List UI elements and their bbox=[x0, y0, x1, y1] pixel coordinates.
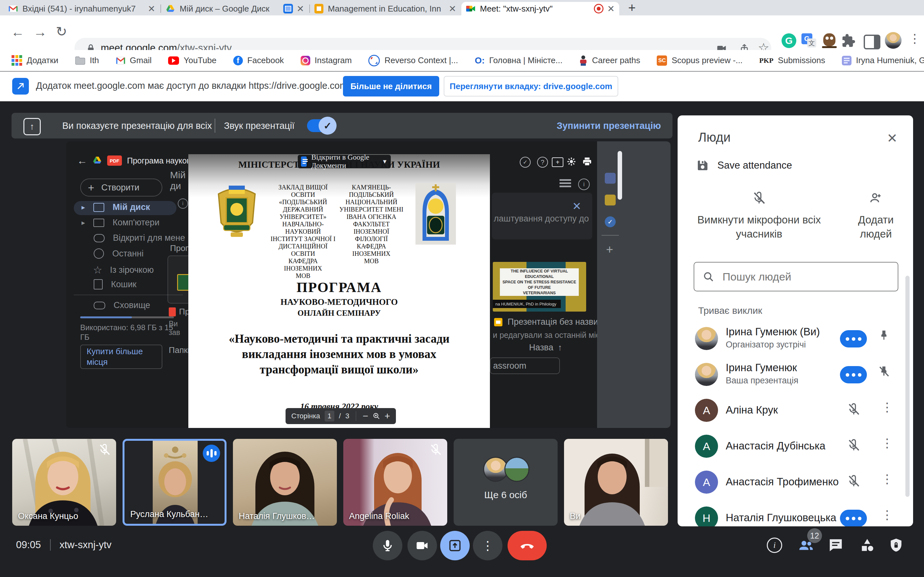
side-panel-icon[interactable] bbox=[864, 35, 880, 49]
owl-extension-icon[interactable] bbox=[822, 33, 837, 49]
participant-menu-icon[interactable]: ⋮ bbox=[881, 400, 893, 414]
tab-close-icon[interactable]: ✕ bbox=[449, 3, 456, 14]
reverso-icon bbox=[368, 55, 380, 66]
presentation-feed[interactable]: ← PDF Програма науковий семінар 2022 .pd… bbox=[66, 141, 670, 428]
pdfbar-divider bbox=[356, 411, 357, 421]
gmail-icon bbox=[116, 56, 126, 65]
forward-button[interactable]: → bbox=[33, 24, 47, 40]
classroom-folder-chip: assroom bbox=[490, 358, 560, 374]
grammarly-extension-icon[interactable]: G bbox=[782, 33, 796, 48]
approve-icon: ✓ bbox=[520, 157, 531, 168]
meeting-details-icon[interactable]: i bbox=[766, 537, 782, 553]
bookmark-apps[interactable]: Додатки bbox=[11, 55, 58, 66]
journal-favicon bbox=[314, 4, 323, 13]
more-options-button[interactable]: ⋮ bbox=[473, 531, 502, 560]
extensions-puzzle-icon[interactable] bbox=[841, 33, 856, 48]
mic-off-icon bbox=[847, 438, 861, 452]
participant-row[interactable]: А Анастасія Дубінська ⋮ bbox=[678, 430, 913, 462]
video-tile-you[interactable]: Ви bbox=[564, 439, 668, 526]
tab-close-icon[interactable]: ✕ bbox=[148, 3, 155, 14]
suggested-thumb-author: na HUMENIUK, PhD in Philology bbox=[493, 300, 561, 308]
tab-close-icon[interactable]: ✕ bbox=[607, 3, 615, 14]
zoom-in-button[interactable]: + bbox=[384, 411, 390, 422]
tab-drive[interactable]: Мій диск – Google Диск ✕ bbox=[161, 2, 309, 15]
zoom-tool-icon[interactable] bbox=[373, 412, 380, 421]
mute-all-button[interactable]: Вимкнути мікрофони всіх учасників bbox=[692, 191, 827, 241]
participant-row[interactable]: Ірина Гуменюк Ваша презентація bbox=[678, 358, 913, 390]
search-people-input[interactable] bbox=[722, 270, 889, 284]
drive-sidebar-item-mydrive: ▸Мій диск bbox=[81, 202, 150, 212]
doc-thumbnail-fragment bbox=[177, 274, 188, 291]
bookmark-folder-ith[interactable]: Ith bbox=[75, 55, 99, 65]
bookmark-scopus[interactable]: SC Scopus preview -... bbox=[657, 55, 742, 66]
close-panel-icon[interactable]: ✕ bbox=[887, 131, 898, 145]
participant-row[interactable]: Н Наталія Глушковецька ⋮ bbox=[678, 502, 913, 526]
camera-button[interactable] bbox=[407, 531, 437, 560]
keep-rail-icon bbox=[605, 195, 615, 205]
tab-meet-active[interactable]: Meet: "xtw-sxnj-ytv" ✕ bbox=[461, 2, 619, 15]
doc-program-title: ПРОГРАМА bbox=[188, 279, 490, 295]
new-tab-button[interactable]: + bbox=[628, 1, 636, 15]
participant-name: Аліна Крук bbox=[726, 404, 778, 416]
open-in-docs-button: Відкрити в Google Документи ▼ bbox=[298, 155, 391, 168]
profile-doc-icon bbox=[842, 56, 851, 65]
bookmark-facebook[interactable]: f Facebook bbox=[233, 55, 284, 65]
profile-avatar[interactable] bbox=[885, 32, 901, 49]
tab-gmail[interactable]: Вхідні (541) - irynahumenyuk7 ✕ bbox=[4, 2, 160, 15]
pin-off-icon[interactable] bbox=[878, 366, 890, 378]
search-people-box[interactable] bbox=[694, 262, 898, 292]
participant-menu-icon[interactable]: ⋮ bbox=[881, 472, 893, 486]
mic-off-icon bbox=[98, 443, 111, 456]
chrome-menu-icon[interactable]: ⋮ bbox=[909, 31, 921, 45]
stop-presenting-link[interactable]: Зупинити презентацію bbox=[557, 121, 661, 131]
drive-sidebar-item-recent: Останні bbox=[94, 248, 144, 259]
instagram-icon bbox=[300, 56, 310, 65]
pin-icon[interactable] bbox=[878, 330, 890, 342]
bookmark-mon[interactable]: О: Головна | Міністе... bbox=[475, 55, 562, 66]
details-info-icon: i bbox=[578, 179, 590, 190]
bookmark-youtube[interactable]: YouTube bbox=[168, 55, 216, 65]
stop-sharing-button[interactable]: Більше не ділитися bbox=[343, 76, 439, 97]
youtube-icon bbox=[168, 56, 179, 65]
translate-extension-icon[interactable]: G 文 bbox=[801, 33, 816, 48]
present-button[interactable] bbox=[440, 531, 470, 560]
add-people-button[interactable]: Додати людей bbox=[841, 191, 911, 241]
participant-row[interactable]: Ірина Гуменюк (Ви) Організатор зустрічі bbox=[678, 322, 913, 355]
bookmark-career[interactable]: Career paths bbox=[579, 55, 640, 66]
page-number-input[interactable]: 1 bbox=[325, 411, 334, 422]
participant-row[interactable]: А Анастасія Трофименко ⋮ bbox=[678, 466, 913, 498]
save-attendance-button[interactable]: Save attendance bbox=[696, 159, 792, 172]
video-tile-ruslana[interactable]: Руслана Кульбан… bbox=[123, 439, 226, 526]
activities-icon[interactable] bbox=[859, 537, 875, 553]
bookmark-instagram[interactable]: Instagram bbox=[300, 55, 352, 65]
tab-journal[interactable]: Management in Education, Inn ✕ bbox=[310, 2, 461, 15]
tab-title: Management in Education, Inn bbox=[328, 4, 445, 14]
panel-scrollbar[interactable] bbox=[905, 276, 909, 497]
leave-call-button[interactable] bbox=[507, 531, 547, 560]
presentation-sound-toggle[interactable]: ✓ bbox=[307, 119, 333, 132]
career-icon bbox=[579, 55, 588, 66]
recording-indicator-icon bbox=[594, 4, 604, 13]
host-controls-icon[interactable] bbox=[888, 537, 904, 553]
bookmark-profile[interactable]: Iryna Humeniuk, G... bbox=[842, 55, 924, 65]
view-shared-tab-button[interactable]: Переглянути вкладку: drive.google.com bbox=[444, 76, 618, 97]
bookmark-gmail[interactable]: Gmail bbox=[116, 55, 152, 65]
zoom-out-button[interactable]: − bbox=[363, 411, 368, 422]
chat-icon[interactable] bbox=[828, 537, 844, 553]
bookmark-reverso[interactable]: Reverso Context |... bbox=[368, 55, 458, 66]
video-tile-oksana[interactable]: Оксана Кунцьо bbox=[12, 439, 116, 526]
avatar: А bbox=[695, 471, 718, 494]
participant-menu-icon[interactable]: ⋮ bbox=[881, 508, 893, 522]
participant-menu-icon[interactable]: ⋮ bbox=[881, 436, 893, 450]
back-button[interactable]: ← bbox=[11, 24, 24, 40]
participant-row[interactable]: А Аліна Крук ⋮ bbox=[678, 394, 913, 426]
mic-button[interactable] bbox=[373, 531, 402, 560]
bookmark-pkp[interactable]: PKP Submissions bbox=[759, 55, 825, 65]
suggested-edited-label: и редагували за останній місяць bbox=[493, 330, 613, 340]
video-tile-angelina[interactable]: Angelina Roliak bbox=[343, 439, 447, 526]
drive-new-button: + Створити bbox=[80, 179, 162, 197]
video-tile-overflow[interactable]: Ще 6 осіб bbox=[454, 439, 557, 526]
tab-close-icon[interactable]: ✕ bbox=[297, 3, 304, 14]
video-tile-natalia-g[interactable]: Наталія Глушков… bbox=[233, 439, 337, 526]
reload-button[interactable]: ↻ bbox=[56, 24, 67, 39]
